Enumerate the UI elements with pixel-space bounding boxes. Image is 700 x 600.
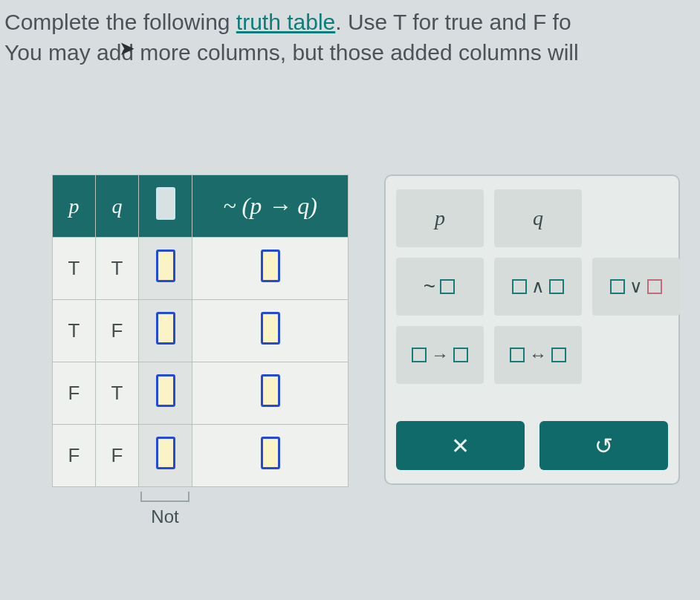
reset-button[interactable]: ↺ (539, 421, 668, 470)
placeholder-box (610, 279, 625, 294)
palette-biconditional-button[interactable]: ↔ (494, 326, 582, 384)
palette-conditional-button[interactable]: → (396, 326, 484, 384)
not-symbol: ~ (424, 275, 435, 299)
cell-p: F (53, 425, 96, 487)
input-slot[interactable] (156, 250, 175, 282)
instructions: Complete the following truth table. Use … (0, 0, 700, 71)
x-icon: ✕ (451, 433, 470, 459)
input-slot[interactable] (261, 250, 280, 282)
header-p: p (53, 175, 96, 238)
cell-expr[interactable] (192, 238, 349, 300)
cell-q: F (96, 425, 139, 487)
input-slot[interactable] (156, 374, 175, 407)
add-column-slot[interactable] (156, 187, 175, 220)
cell-expr[interactable] (192, 300, 349, 362)
header-add-column[interactable] (139, 175, 192, 238)
palette-and-button[interactable]: ∧ (494, 258, 582, 316)
input-slot[interactable] (156, 437, 175, 469)
cond-symbol: → (431, 345, 449, 365)
input-slot[interactable] (261, 374, 280, 407)
cursor-icon: ➤ (119, 37, 135, 60)
cell-p: T (53, 300, 96, 362)
palette-not-button[interactable]: ~ (396, 258, 484, 316)
input-slot[interactable] (261, 437, 280, 469)
cell-q: T (96, 362, 139, 425)
placeholder-box (440, 279, 455, 294)
palette-p-button[interactable]: p (396, 189, 484, 247)
cell-p: T (53, 238, 96, 300)
truth-table: p q ~ (p → q) T T T F (52, 175, 349, 487)
header-expression: ~ (p → q) (192, 175, 349, 238)
instruction-text-2: You may add more columns, but those adde… (4, 40, 579, 65)
table-row: T T (53, 238, 349, 300)
and-symbol: ∧ (531, 276, 545, 297)
placeholder-box (412, 348, 427, 362)
placeholder-box (512, 279, 527, 294)
cell-expr[interactable] (192, 362, 349, 425)
placeholder-box (647, 279, 662, 294)
placeholder-box (551, 348, 566, 362)
cell-add[interactable] (139, 300, 192, 362)
placeholder-box (510, 348, 525, 362)
palette-or-button[interactable]: ∨ (592, 258, 680, 316)
bicond-symbol: ↔ (529, 345, 547, 365)
header-q: q (96, 175, 139, 238)
truth-table-container: p q ~ (p → q) T T T F (52, 175, 349, 527)
table-row: F T (53, 362, 349, 425)
table-row: F F (53, 425, 349, 487)
not-label: Not (138, 506, 192, 527)
operator-palette: p q ~ ∧ ∨ → ↔ ✕ ↺ (384, 175, 680, 485)
not-bracket (140, 492, 189, 502)
input-slot[interactable] (156, 312, 175, 345)
cell-q: F (96, 300, 139, 362)
placeholder-box (549, 279, 564, 294)
cell-expr[interactable] (192, 425, 349, 487)
cell-add[interactable] (139, 425, 192, 487)
or-symbol: ∨ (629, 276, 643, 297)
cell-add[interactable] (139, 362, 192, 425)
palette-q-button[interactable]: q (494, 189, 582, 247)
placeholder-box (453, 348, 468, 362)
truth-table-link[interactable]: truth table (236, 10, 335, 34)
reset-icon: ↺ (594, 433, 613, 459)
input-slot[interactable] (261, 312, 280, 345)
cell-p: F (53, 362, 96, 425)
clear-button[interactable]: ✕ (396, 421, 525, 470)
instruction-text-1a: Complete the following (4, 10, 236, 34)
table-row: T F (53, 300, 349, 362)
instruction-text-1b: . Use T for true and F fo (335, 10, 571, 34)
cell-add[interactable] (139, 238, 192, 300)
cell-q: T (96, 238, 139, 300)
